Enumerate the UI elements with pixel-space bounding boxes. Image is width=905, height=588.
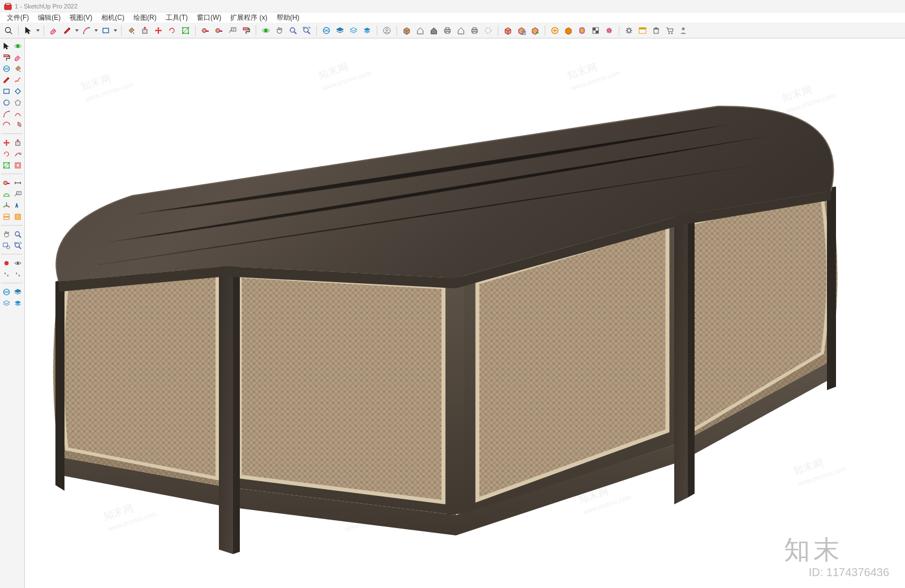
dropdown-arrow-icon[interactable] — [94, 24, 98, 37]
window-button[interactable] — [636, 24, 649, 37]
menu-help[interactable]: 帮助(H) — [272, 12, 304, 24]
select-arrow-button[interactable] — [22, 24, 35, 37]
move-quad-button[interactable] — [152, 24, 165, 37]
plus-circle-button[interactable] — [549, 24, 561, 37]
gear-button[interactable] — [623, 24, 635, 37]
scale-button[interactable] — [179, 24, 192, 37]
globe-swirl-button[interactable] — [1, 63, 11, 74]
dropdown-arrow-icon[interactable] — [113, 24, 118, 37]
cube-yellow-button[interactable] — [502, 24, 514, 37]
layers-button[interactable] — [334, 24, 346, 37]
rotate-quad-button[interactable] — [166, 24, 178, 37]
menu-camera[interactable]: 相机(C) — [97, 12, 129, 24]
zoom-extents-button[interactable] — [12, 240, 23, 250]
cart-button[interactable] — [663, 24, 676, 37]
orbit-button[interactable] — [260, 24, 272, 37]
freehand-button[interactable] — [12, 75, 23, 85]
push-pull-button[interactable] — [139, 24, 151, 37]
menu-edit[interactable]: 编辑(E) — [33, 12, 65, 24]
menu-view[interactable]: 视图(V) — [65, 12, 97, 24]
layers-blue-button[interactable] — [361, 24, 373, 37]
cylinder-button[interactable] — [576, 24, 588, 37]
axes-button[interactable] — [1, 200, 11, 210]
viewport-3d[interactable]: 知末网www.znzmo.com知末网www.znzmo.com知末网www.z… — [25, 38, 905, 588]
eraser-button[interactable] — [12, 52, 23, 62]
dropdown-arrow-icon[interactable] — [36, 24, 40, 37]
footprints-button[interactable] — [12, 269, 23, 279]
box-button[interactable] — [400, 24, 413, 37]
cube-orange-button[interactable] — [562, 24, 575, 37]
text3d-button[interactable] — [12, 200, 23, 210]
search-button[interactable] — [2, 24, 15, 37]
orbit-button[interactable] — [12, 41, 23, 51]
arc-button[interactable] — [80, 24, 93, 37]
paint-bucket-button[interactable] — [125, 24, 137, 37]
circle-dashed-button[interactable] — [482, 24, 494, 37]
eraser-button[interactable] — [48, 24, 60, 37]
tape-button[interactable] — [199, 24, 212, 37]
tape-button[interactable] — [213, 24, 225, 37]
arc-button[interactable] — [1, 109, 11, 119]
trash-button[interactable] — [650, 24, 662, 37]
menu-file[interactable]: 文件(F) — [2, 12, 33, 24]
house-outline-button[interactable] — [455, 24, 467, 37]
gear-pink-button[interactable] — [603, 24, 615, 37]
rotate-quad-button[interactable] — [1, 149, 11, 159]
rectangle-button[interactable] — [100, 24, 112, 37]
globe-swirl-button[interactable] — [1, 287, 11, 297]
footprints-button[interactable] — [1, 269, 11, 279]
menu-draw[interactable]: 绘图(R) — [129, 12, 161, 24]
zoom-button[interactable] — [287, 24, 299, 37]
dimension-button[interactable] — [12, 178, 23, 188]
select-arrow-button[interactable] — [1, 41, 11, 51]
arc3-button[interactable] — [1, 120, 11, 130]
layers-button[interactable] — [12, 287, 23, 297]
arc2-button[interactable] — [12, 109, 23, 119]
zoom-extents-button[interactable] — [300, 24, 313, 37]
offset-button[interactable] — [12, 160, 23, 170]
house-fill-button[interactable] — [428, 24, 440, 37]
pencil-button[interactable] — [61, 24, 74, 37]
pencil-button[interactable] — [1, 75, 11, 85]
follow-me-button[interactable] — [12, 149, 23, 159]
paint-roller-button[interactable] — [1, 52, 11, 62]
circle-button[interactable] — [1, 97, 11, 107]
text-label-button[interactable] — [226, 24, 239, 37]
checker-button[interactable] — [589, 24, 602, 37]
paint-roller-button[interactable] — [240, 24, 252, 37]
layers-outline-button[interactable] — [1, 298, 11, 308]
menu-tools[interactable]: 工具(T) — [161, 12, 192, 24]
menu-extensions[interactable]: 扩展程序 (x) — [226, 12, 272, 24]
zoom-button[interactable] — [12, 229, 23, 239]
pie-button[interactable] — [12, 120, 23, 130]
house-outline-button[interactable] — [414, 24, 426, 37]
cube-run-button[interactable] — [529, 24, 541, 37]
section-button[interactable] — [1, 211, 11, 222]
printer-button[interactable] — [441, 24, 454, 37]
globe-swirl-button[interactable] — [320, 24, 333, 37]
layers-blue-button[interactable] — [12, 298, 23, 308]
pentagon-button[interactable] — [12, 97, 23, 107]
section-fill-button[interactable] — [12, 211, 23, 222]
move-quad-button[interactable] — [1, 137, 11, 148]
menu-window[interactable]: 窗口(W) — [192, 12, 226, 24]
user-circle-button[interactable] — [381, 24, 393, 37]
rectangle-button[interactable] — [1, 86, 11, 96]
pan-button[interactable] — [1, 229, 11, 239]
record-button[interactable] — [1, 258, 11, 268]
rectangle-rot-button[interactable] — [12, 86, 23, 96]
protractor-button[interactable] — [1, 189, 11, 199]
layers-outline-button[interactable] — [347, 24, 360, 37]
text-label-button[interactable] — [12, 189, 23, 199]
scale-button[interactable] — [1, 160, 11, 170]
push-pull-button[interactable] — [12, 137, 23, 148]
tape-button[interactable] — [1, 178, 11, 188]
cube-select-button[interactable] — [515, 24, 528, 37]
paint-bucket-button[interactable] — [12, 63, 23, 74]
dropdown-arrow-icon[interactable] — [75, 24, 79, 37]
pan-button[interactable] — [273, 24, 286, 37]
orbit-eye-button[interactable] — [12, 258, 23, 268]
zoom-window-button[interactable] — [1, 240, 11, 250]
printer-button[interactable] — [468, 24, 481, 37]
user-silhouette-button[interactable] — [677, 24, 689, 37]
